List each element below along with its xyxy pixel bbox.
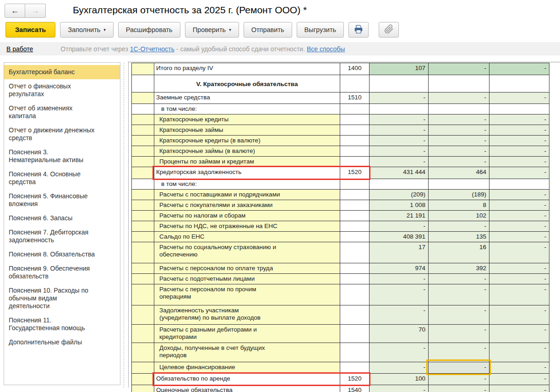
row-label-cell[interactable]: Краткосрочные кредиты [154,114,340,125]
value-cell[interactable]: 17 [370,242,429,263]
print-button[interactable] [348,22,369,38]
value-cell[interactable]: - [370,125,429,136]
row-code-cell[interactable] [340,305,370,325]
row-code-cell[interactable] [340,104,370,114]
value-cell[interactable]: 21 191 [370,211,429,221]
value-cell[interactable]: - [489,325,549,343]
row-code-cell[interactable] [340,114,370,125]
value-cell[interactable]: - [429,374,489,385]
value-cell[interactable]: - [370,136,429,146]
value-cell[interactable] [429,179,489,190]
row-head-cell[interactable] [132,221,154,232]
row-label-cell[interactable]: Расчеты с покупателями и заказчиками [154,200,340,211]
row-head-cell[interactable] [132,179,154,190]
value-cell[interactable]: - [429,157,489,167]
value-cell[interactable]: - [429,93,489,104]
row-head-cell[interactable] [132,274,154,284]
row-code-cell[interactable] [340,284,370,305]
value-cell[interactable]: 392 [429,263,489,274]
row-head-cell[interactable] [132,211,154,221]
value-cell[interactable] [370,179,429,190]
value-cell[interactable]: - [489,274,549,284]
value-cell[interactable]: 974 [370,263,429,274]
value-cell[interactable] [489,104,549,114]
row-code-cell[interactable] [340,125,370,136]
row-head-cell[interactable] [132,104,154,114]
sidebar-item[interactable]: Отчет о движении денежных средств [4,123,120,145]
value-cell[interactable]: - [429,221,489,232]
value-cell[interactable]: - [429,305,489,325]
value-cell[interactable]: - [370,274,429,284]
row-head-cell[interactable] [132,75,154,93]
row-code-cell[interactable]: 1510 [340,93,370,104]
sidebar-item[interactable]: Пояснения 5. Финансовые вложения [4,189,120,211]
sidebar-item[interactable]: Пояснения 8. Обязательства [4,247,120,261]
row-label-cell[interactable]: в том числе: [154,104,340,114]
section-header-cell[interactable]: V. Краткосрочные обязательства [154,75,340,93]
row-code-cell[interactable] [340,274,370,284]
1c-reporting-link[interactable]: 1С-Отчетность [130,45,174,53]
save-button[interactable]: Записать [5,22,55,38]
row-head-cell[interactable] [132,114,154,125]
row-head-cell[interactable] [132,232,154,242]
row-head-cell[interactable] [132,242,154,263]
row-head-cell[interactable] [132,63,154,75]
row-code-cell[interactable] [340,190,370,200]
value-cell[interactable]: - [370,284,429,305]
decrypt-button[interactable]: Расшифровать [118,22,180,38]
row-head-cell[interactable] [132,343,154,362]
value-cell[interactable] [370,75,429,93]
value-cell[interactable]: 70 [370,325,429,343]
value-cell[interactable]: - [370,305,429,325]
sidebar-item[interactable]: Отчет о финансовых результатах [4,79,120,101]
sidebar-item[interactable]: Бухгалтерский баланс [4,65,120,79]
row-head-cell[interactable] [132,284,154,305]
value-cell[interactable]: - [489,167,549,179]
row-head-cell[interactable] [132,374,154,385]
value-cell[interactable]: - [429,63,489,75]
row-label-cell[interactable]: в том числе: [154,179,340,190]
value-cell[interactable]: - [489,305,549,325]
value-cell[interactable]: - [489,136,549,146]
paperclip-icon-button[interactable] [379,22,399,38]
value-cell[interactable]: - [429,274,489,284]
row-label-cell[interactable]: Доходы, полученные в счет будущих период… [154,343,340,362]
row-label-cell[interactable]: Обязательство по аренде [154,374,340,385]
value-cell[interactable]: - [370,221,429,232]
value-cell[interactable]: 408 391 [370,232,429,242]
row-label-cell[interactable]: Кредиторская задолженность [154,167,340,179]
row-head-cell[interactable] [132,362,154,374]
row-code-cell[interactable]: 1540 [340,385,370,392]
value-cell[interactable]: - [489,385,549,392]
row-label-cell[interactable]: Расчеты с персоналом по прочим операциям [154,284,340,305]
check-button[interactable]: Проверить ▾ [185,22,239,38]
row-label-cell[interactable]: Расчеты с разными дебиторами и кредитора… [154,325,340,343]
value-cell[interactable]: - [370,93,429,104]
value-cell[interactable] [370,104,429,114]
value-cell[interactable]: - [489,211,549,221]
row-code-cell[interactable] [340,242,370,263]
value-cell[interactable]: - [429,114,489,125]
row-label-cell[interactable]: Расчеты с персоналом по оплате труда [154,263,340,274]
value-cell[interactable]: - [489,284,549,305]
row-code-cell[interactable]: 1400 [340,63,370,75]
all-methods-link[interactable]: Все способы [307,45,345,53]
value-cell[interactable]: - [429,125,489,136]
row-label-cell[interactable]: Расчеты с подотчетными лицами [154,274,340,284]
value-cell[interactable]: - [489,263,549,274]
sidebar-item[interactable]: Пояснения 3. Нематериальные активы [4,145,120,167]
back-button[interactable]: ← [5,4,25,18]
value-cell[interactable]: - [489,343,549,362]
sidebar-item[interactable]: Отчет об изменениях капитала [4,101,120,123]
value-cell[interactable]: 1 008 [370,200,429,211]
row-head-cell[interactable] [132,385,154,392]
value-cell[interactable]: - [370,114,429,125]
sidebar-item[interactable]: Пояснения 10. Расходы по обычным видам д… [4,283,120,313]
row-code-cell[interactable] [340,343,370,362]
value-cell[interactable] [429,104,489,114]
row-label-cell[interactable]: Краткосрочные займы (в валюте) [154,146,340,157]
row-head-cell[interactable] [132,93,154,104]
value-cell[interactable]: - [489,114,549,125]
row-code-cell[interactable] [340,325,370,343]
value-cell[interactable]: 8 [429,200,489,211]
